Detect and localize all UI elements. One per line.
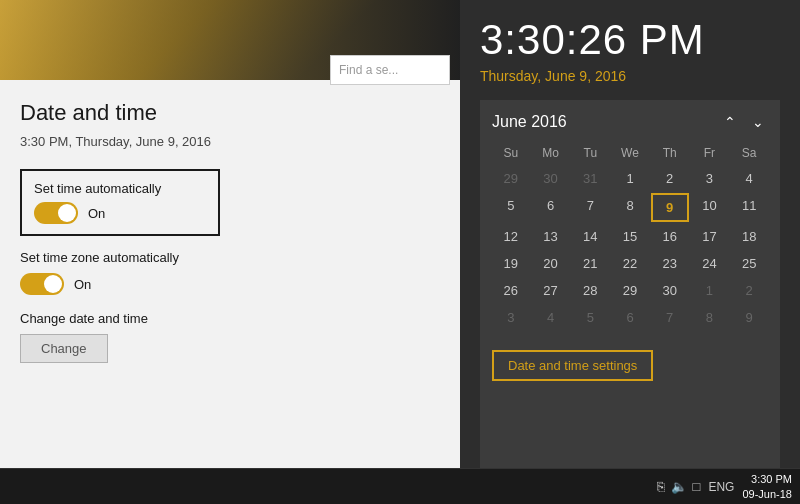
calendar-next-button[interactable]: ⌄: [748, 112, 768, 132]
calendar-day[interactable]: 15: [611, 224, 649, 249]
set-time-auto-label: Set time automatically: [34, 181, 206, 196]
calendar-day[interactable]: 12: [492, 224, 530, 249]
taskbar-date-value: 09-Jun-18: [742, 487, 792, 501]
calendar-day[interactable]: 3: [492, 305, 530, 330]
calendar-day[interactable]: 6: [532, 193, 570, 222]
calendar-day[interactable]: 2: [730, 278, 768, 303]
calendar-day[interactable]: 10: [691, 193, 729, 222]
calendar-day[interactable]: 9: [730, 305, 768, 330]
change-date-time-label: Change date and time: [20, 311, 440, 326]
calendar-day[interactable]: 25: [730, 251, 768, 276]
calendar-day[interactable]: 26: [492, 278, 530, 303]
notification-icon: □: [693, 479, 701, 494]
search-bar[interactable]: Find a se...: [330, 55, 450, 85]
calendar-day[interactable]: 29: [611, 278, 649, 303]
set-time-auto-toggle[interactable]: [34, 202, 78, 224]
calendar-day[interactable]: 9: [651, 193, 689, 222]
calendar-day[interactable]: 30: [532, 166, 570, 191]
change-button[interactable]: Change: [20, 334, 108, 363]
change-date-time-section: Change date and time Change: [20, 311, 440, 363]
calendar-day[interactable]: 18: [730, 224, 768, 249]
calendar-day[interactable]: 22: [611, 251, 649, 276]
calendar-day-header: Mo: [532, 142, 570, 164]
taskbar-clock: 3:30 PM 09-Jun-18: [742, 472, 792, 501]
settings-link-container: Date and time settings: [492, 340, 768, 391]
calendar-day-header: Fr: [691, 142, 729, 164]
set-zone-auto-label: Set time zone automatically: [20, 250, 440, 265]
calendar-day[interactable]: 6: [611, 305, 649, 330]
date-time-settings-button[interactable]: Date and time settings: [492, 350, 653, 381]
taskbar: ⎘ 🔈 □ ENG 3:30 PM 09-Jun-18: [0, 468, 800, 504]
settings-panel: Find a se... Date and time 3:30 PM, Thur…: [0, 0, 460, 504]
set-zone-auto-toggle[interactable]: [20, 273, 64, 295]
calendar-day[interactable]: 1: [611, 166, 649, 191]
set-zone-auto-state: On: [74, 277, 91, 292]
calendar-day[interactable]: 8: [691, 305, 729, 330]
clock-panel: 3:30:26 PM Thursday, June 9, 2016 June 2…: [460, 0, 800, 504]
calendar-day[interactable]: 29: [492, 166, 530, 191]
calendar-nav: ⌃ ⌄: [720, 112, 768, 132]
calendar-day[interactable]: 23: [651, 251, 689, 276]
taskbar-time-value: 3:30 PM: [742, 472, 792, 486]
calendar-day[interactable]: 30: [651, 278, 689, 303]
calendar-month-year: June 2016: [492, 113, 567, 131]
calendar-day-header: Th: [651, 142, 689, 164]
clock-time-display: 3:30:26 PM: [480, 16, 780, 64]
network-icon: ⎘: [657, 479, 665, 494]
calendar-day[interactable]: 11: [730, 193, 768, 222]
calendar-day[interactable]: 13: [532, 224, 570, 249]
calendar-day[interactable]: 1: [691, 278, 729, 303]
set-time-auto-row: On: [34, 202, 206, 224]
calendar-day[interactable]: 16: [651, 224, 689, 249]
calendar-day-header: We: [611, 142, 649, 164]
calendar-day[interactable]: 20: [532, 251, 570, 276]
settings-content: Date and time 3:30 PM, Thursday, June 9,…: [0, 80, 460, 504]
calendar-day[interactable]: 8: [611, 193, 649, 222]
calendar-day[interactable]: 21: [571, 251, 609, 276]
calendar-day[interactable]: 27: [532, 278, 570, 303]
set-time-auto-section: Set time automatically On: [20, 169, 220, 236]
calendar-day[interactable]: 5: [492, 193, 530, 222]
calendar-day[interactable]: 14: [571, 224, 609, 249]
taskbar-language: ENG: [708, 480, 734, 494]
calendar-day-header: Su: [492, 142, 530, 164]
calendar-header: June 2016 ⌃ ⌄: [492, 112, 768, 132]
calendar-day[interactable]: 4: [730, 166, 768, 191]
settings-title: Date and time: [20, 100, 440, 126]
search-text: Find a se...: [339, 63, 398, 77]
calendar-grid: SuMoTuWeThFrSa29303112345678910111213141…: [492, 142, 768, 330]
calendar-day[interactable]: 7: [651, 305, 689, 330]
calendar-container: June 2016 ⌃ ⌄ SuMoTuWeThFrSa293031123456…: [480, 100, 780, 504]
taskbar-system-icons: ⎘ 🔈 □: [657, 479, 701, 494]
calendar-day[interactable]: 2: [651, 166, 689, 191]
calendar-day[interactable]: 24: [691, 251, 729, 276]
calendar-day[interactable]: 7: [571, 193, 609, 222]
current-time-display: 3:30 PM, Thursday, June 9, 2016: [20, 134, 440, 149]
set-time-auto-state: On: [88, 206, 105, 221]
calendar-day-header: Sa: [730, 142, 768, 164]
calendar-day[interactable]: 5: [571, 305, 609, 330]
volume-icon: 🔈: [671, 479, 687, 494]
clock-date-display: Thursday, June 9, 2016: [480, 68, 780, 84]
set-zone-auto-row: On: [20, 273, 440, 295]
calendar-day[interactable]: 17: [691, 224, 729, 249]
calendar-day[interactable]: 3: [691, 166, 729, 191]
calendar-day-header: Tu: [571, 142, 609, 164]
set-zone-auto-section: Set time zone automatically On: [20, 250, 440, 295]
calendar-day[interactable]: 4: [532, 305, 570, 330]
calendar-prev-button[interactable]: ⌃: [720, 112, 740, 132]
calendar-day[interactable]: 31: [571, 166, 609, 191]
calendar-day[interactable]: 19: [492, 251, 530, 276]
calendar-day[interactable]: 28: [571, 278, 609, 303]
